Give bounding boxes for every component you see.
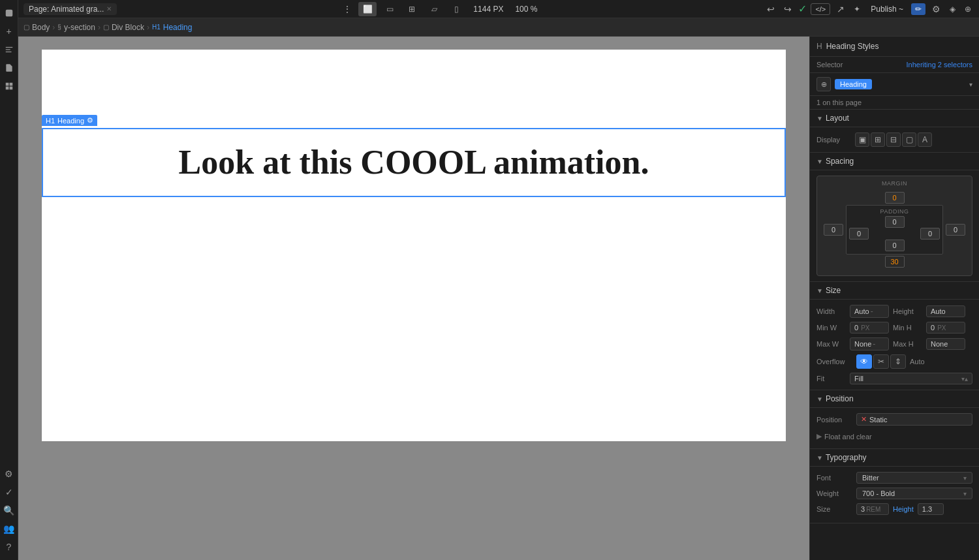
search-btn[interactable]: 🔍 <box>1 503 17 518</box>
height-label-typo: Height <box>893 505 914 513</box>
maxw-field[interactable]: None - <box>850 337 889 350</box>
users-btn[interactable]: 👥 <box>1 521 17 537</box>
add-element-btn[interactable]: + <box>1 23 17 39</box>
font-dropdown-icon: ▾ <box>963 474 967 482</box>
more-options-btn[interactable]: ⋮ <box>340 3 354 16</box>
padding-left-val[interactable]: 0 <box>849 228 869 240</box>
breadcrumb-ysection[interactable]: § y-section <box>57 23 95 32</box>
font-value: Bitter <box>862 474 879 482</box>
padding-bottom-val[interactable]: 0 <box>885 240 905 251</box>
position-field[interactable]: ✕ Static <box>856 413 972 426</box>
collaboration-btn[interactable]: ✦ <box>851 3 863 15</box>
size-section: Width Auto - Height Auto Min W 0 PX <box>810 300 979 390</box>
grid-device-btn[interactable]: ⊞ <box>403 2 421 16</box>
webflow-logo[interactable] <box>1 5 17 21</box>
svg-rect-1 <box>5 49 10 50</box>
weight-field[interactable]: 700 - Bold ▾ <box>856 488 972 499</box>
width-label: Width <box>816 307 846 315</box>
selector-row: Selector Inheriting 2 selectors <box>810 57 979 73</box>
extra-btn[interactable]: ⊕ <box>962 3 974 15</box>
size-arrow: ▼ <box>816 287 823 294</box>
desktop-device-btn[interactable]: ⬜ <box>358 2 377 16</box>
undo-btn[interactable]: ↩ <box>764 3 777 16</box>
page-tab[interactable]: Page: Animated gra... ✕ <box>23 3 117 15</box>
position-x-icon[interactable]: ✕ <box>861 415 867 424</box>
interactions-btn[interactable]: ◈ <box>947 3 958 15</box>
breadcrumb-sep-2: › <box>98 23 101 32</box>
mobile-btn[interactable]: ▯ <box>447 2 465 16</box>
typography-section-header[interactable]: ▼ Typography <box>810 449 979 467</box>
ysection-icon: § <box>57 23 61 31</box>
inheriting-text[interactable]: Inheriting 2 selectors <box>907 61 973 69</box>
export-btn[interactable]: ↗ <box>834 3 847 16</box>
display-grid-btn[interactable]: ⊟ <box>886 132 901 147</box>
font-field[interactable]: Bitter ▾ <box>856 472 972 484</box>
minw-value: 0 <box>854 324 858 332</box>
pages-btn[interactable] <box>1 60 17 76</box>
layout-section-header[interactable]: ▼ Layout <box>810 110 979 127</box>
weight-value: 700 - Bold <box>862 490 895 497</box>
padding-top-val[interactable]: 0 <box>885 216 905 228</box>
float-clear-row[interactable]: ▶ Float and clear <box>816 429 972 443</box>
maxw-value: None <box>854 340 871 348</box>
heading-element[interactable]: H1 Heading ⚙ Look at this COOOL animatio… <box>42 128 786 197</box>
layout-section: Display ▣ ⊞ ⊟ ▢ A <box>810 127 979 153</box>
height-field[interactable]: Auto <box>926 305 965 317</box>
overflow-scroll-btn[interactable]: ⇕ <box>890 354 906 369</box>
overflow-visible-btn[interactable]: 👁 <box>856 354 872 369</box>
minh-label: Min H <box>893 324 922 332</box>
padding-right-val[interactable]: 0 <box>920 228 940 240</box>
breadcrumb-divblock[interactable]: ▢ Div Block <box>103 23 144 32</box>
tablet-device-btn[interactable]: ▭ <box>381 2 399 16</box>
heading-gear-icon[interactable]: ⚙ <box>87 116 93 125</box>
maxh-label: Max H <box>893 340 922 348</box>
display-block-btn[interactable]: ▣ <box>855 132 869 147</box>
height-field-typo[interactable]: 1.3 <box>918 503 944 515</box>
topbar: Page: Animated gra... ✕ ⋮ ⬜ ▭ ⊞ ▱ ▯ 1144… <box>18 0 979 18</box>
margin-bottom-val[interactable]: 30 <box>885 256 905 268</box>
mobile-landscape-btn[interactable]: ▱ <box>425 2 443 16</box>
display-flex-btn[interactable]: ⊞ <box>871 132 885 147</box>
heading-text[interactable]: Look at this COOOL animation. <box>43 129 785 196</box>
overflow-label: Overflow <box>816 358 852 366</box>
selector-dropdown-icon[interactable]: ▾ <box>969 81 972 88</box>
margin-right-val[interactable]: 0 <box>946 224 965 236</box>
page-tab-close[interactable]: ✕ <box>106 5 112 12</box>
svg-rect-4 <box>9 83 12 86</box>
redo-btn[interactable]: ↪ <box>781 3 794 16</box>
display-none-btn[interactable]: ▢ <box>902 132 916 147</box>
margin-top-val[interactable]: 0 <box>885 192 905 204</box>
minw-label: Min W <box>816 324 846 332</box>
position-section-header[interactable]: ▼ Position <box>810 390 979 408</box>
maxh-field[interactable]: None <box>926 338 965 350</box>
breadcrumb-heading[interactable]: H1 Heading <box>152 23 193 32</box>
margin-left-val[interactable]: 0 <box>824 224 843 236</box>
layout-title: Layout <box>826 114 849 123</box>
settings-btn[interactable]: ⚙ <box>1 466 17 482</box>
publish-btn[interactable]: Publish ~ <box>867 3 907 15</box>
check-btn[interactable]: ✓ <box>1 484 17 500</box>
fit-select[interactable]: Fill ▾▴ <box>850 373 972 384</box>
overflow-hidden-btn[interactable]: ✂ <box>873 354 889 369</box>
spacing-section-header[interactable]: ▼ Spacing <box>810 153 979 170</box>
selector-tag[interactable]: Heading <box>835 79 872 89</box>
minh-field[interactable]: 0 PX <box>926 322 965 334</box>
position-value: Static <box>869 416 888 424</box>
canvas-area[interactable]: H1 Heading ⚙ Look at this COOOL animatio… <box>18 37 809 560</box>
code-btn[interactable]: </> <box>811 3 830 15</box>
breadcrumb-ysection-label: y-section <box>64 23 95 32</box>
breadcrumb-body[interactable]: ▢ Body <box>23 23 50 32</box>
width-field[interactable]: Auto - <box>850 305 889 318</box>
size-section-header[interactable]: ▼ Size <box>810 282 979 300</box>
px-display: 1144 PX <box>469 5 507 14</box>
display-inline-btn[interactable]: A <box>918 132 932 147</box>
style-btn[interactable]: ✏ <box>911 3 925 15</box>
gear-settings-btn[interactable]: ⚙ <box>929 3 943 16</box>
assets-btn[interactable] <box>1 78 17 94</box>
navigator-btn[interactable] <box>1 42 17 57</box>
selector-global-btn[interactable]: ⊕ <box>816 77 831 91</box>
size-field[interactable]: 3 REM <box>856 503 889 515</box>
help-btn[interactable]: ? <box>1 539 17 555</box>
minw-field[interactable]: 0 PX <box>850 322 889 334</box>
float-clear-arrow: ▶ <box>816 432 822 441</box>
